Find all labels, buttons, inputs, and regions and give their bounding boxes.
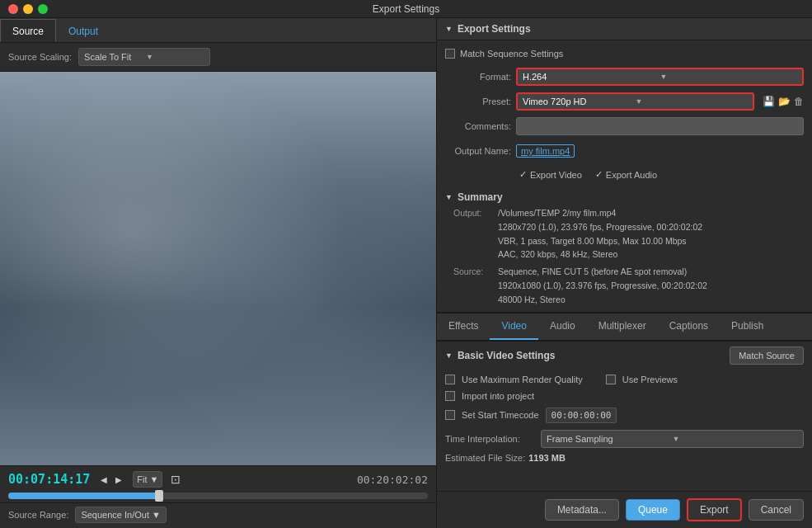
match-source-button[interactable]: Match Source bbox=[730, 346, 804, 365]
set-start-timecode-label: Set Start Timecode bbox=[462, 410, 539, 420]
left-panel: Source Output Source Scaling: Scale To F… bbox=[0, 18, 437, 528]
queue-button[interactable]: Queue bbox=[626, 499, 680, 521]
source-range-dropdown[interactable]: Sequence In/Out ▼ bbox=[75, 507, 166, 523]
tab-multiplexer[interactable]: Multiplexer bbox=[587, 314, 658, 340]
export-audio-checkbox-item: ✓ Export Audio bbox=[595, 169, 657, 180]
timeline-bar: 00:07:14:17 ◀ ▶ Fit ▼ ⊡ 00:20:02:02 bbox=[0, 465, 436, 493]
save-preset-icon[interactable]: 💾 bbox=[763, 96, 775, 107]
format-label: Format: bbox=[445, 72, 511, 82]
minimize-button[interactable] bbox=[23, 4, 33, 14]
scrubber-fill bbox=[8, 493, 159, 499]
use-previews-checkbox[interactable] bbox=[606, 375, 616, 384]
preset-row: Preset: Vimeo 720p HD ▼ 💾 📂 🗑 bbox=[445, 92, 804, 111]
left-tabs: Source Output bbox=[0, 18, 436, 43]
summary-source-d1: 1920x1080 (1.0), 23.976 fps, Progressive… bbox=[498, 279, 804, 293]
source-scaling-bar: Source Scaling: Scale To Fit ▼ bbox=[0, 43, 436, 72]
prev-frame-button[interactable]: ◀ bbox=[98, 474, 110, 486]
format-dropdown[interactable]: H.264 ▼ bbox=[516, 68, 804, 86]
comments-label: Comments: bbox=[445, 121, 511, 131]
output-name-link[interactable]: my film.mp4 bbox=[516, 144, 575, 158]
maximize-button[interactable] bbox=[38, 4, 48, 14]
import-into-project-row: Import into project bbox=[445, 388, 804, 404]
export-audio-label[interactable]: Export Audio bbox=[606, 170, 657, 180]
time-interpolation-row: Time Interpolation: Frame Sampling ▼ bbox=[445, 427, 804, 451]
tab-output[interactable]: Output bbox=[56, 19, 110, 42]
summary-source-line: Source: Sequence, FINE CUT 5 (before AE … bbox=[453, 265, 804, 279]
output-name-label: Output Name: bbox=[445, 146, 511, 156]
window-controls[interactable] bbox=[8, 4, 48, 14]
timecode-out: 00:20:02:02 bbox=[357, 474, 428, 486]
time-interpolation-label: Time Interpolation: bbox=[445, 434, 536, 444]
use-previews-label: Use Previews bbox=[622, 375, 678, 384]
source-range-bar: Source Range: Sequence In/Out ▼ bbox=[0, 502, 436, 528]
triangle-icon: ▼ bbox=[445, 25, 453, 33]
tab-effects[interactable]: Effects bbox=[437, 314, 490, 340]
set-start-timecode-checkbox[interactable] bbox=[445, 410, 455, 420]
import-preset-icon[interactable]: 📂 bbox=[778, 96, 791, 107]
close-button[interactable] bbox=[8, 4, 18, 14]
right-panel: ▼ Export Settings Match Sequence Setting… bbox=[437, 18, 812, 528]
video-settings: ▼ Basic Video Settings Match Source Use … bbox=[437, 342, 812, 491]
summary-output-label: Output: bbox=[453, 206, 495, 220]
scrubber-thumb[interactable] bbox=[155, 490, 163, 502]
export-video-label[interactable]: Export Video bbox=[530, 170, 582, 180]
fit-dropdown[interactable]: Fit ▼ bbox=[133, 471, 162, 488]
export-settings-header[interactable]: ▼ Export Settings bbox=[437, 18, 812, 40]
summary-body: Output: /Volumes/TEMP 2/my film.mp4 1280… bbox=[445, 206, 804, 307]
match-sequence-label: Match Sequence Settings bbox=[460, 49, 563, 59]
chevron-down-icon: ▼ bbox=[146, 53, 204, 61]
comments-input[interactable] bbox=[516, 117, 804, 135]
start-timecode-value[interactable]: 00:00:00:00 bbox=[546, 408, 617, 423]
tab-publish[interactable]: Publish bbox=[720, 314, 775, 340]
set-start-timecode-row: Set Start Timecode 00:00:00:00 bbox=[445, 404, 804, 427]
tab-source[interactable]: Source bbox=[0, 19, 56, 42]
tab-captions[interactable]: Captions bbox=[658, 314, 720, 340]
file-size-value: 1193 MB bbox=[528, 453, 566, 463]
preset-dropdown[interactable]: Vimeo 720p HD ▼ bbox=[516, 92, 754, 111]
bottom-buttons: Metadata... Queue Export Cancel bbox=[437, 491, 812, 528]
import-into-project-checkbox[interactable] bbox=[445, 391, 455, 401]
summary-source-d2: 48000 Hz, Stereo bbox=[498, 293, 804, 307]
export-video-checkbox-item: ✓ Export Video bbox=[519, 169, 582, 180]
summary-output-d2: VBR, 1 pass, Target 8.00 Mbps, Max 10.00… bbox=[498, 234, 804, 248]
summary-output-details: 1280x720 (1.0), 23.976 fps, Progressive,… bbox=[453, 220, 804, 262]
summary-header[interactable]: ▼ Summary bbox=[445, 191, 804, 203]
file-size-label: Estimated File Size: bbox=[445, 453, 525, 463]
source-scaling-label: Source Scaling: bbox=[8, 52, 72, 62]
use-max-render-label: Use Maximum Render Quality bbox=[462, 375, 583, 384]
match-sequence-checkbox[interactable] bbox=[445, 49, 455, 59]
chevron-down-icon: ▼ bbox=[150, 474, 159, 484]
tab-audio[interactable]: Audio bbox=[538, 314, 587, 340]
scrubber-track[interactable] bbox=[8, 493, 428, 499]
source-scaling-dropdown[interactable]: Scale To Fit ▼ bbox=[78, 48, 210, 66]
output-name-row: Output Name: my film.mp4 bbox=[445, 141, 804, 161]
metadata-button[interactable]: Metadata... bbox=[545, 499, 619, 521]
chevron-down-icon: ▼ bbox=[673, 435, 799, 443]
tab-video[interactable]: Video bbox=[490, 314, 537, 340]
next-frame-button[interactable]: ▶ bbox=[113, 474, 124, 486]
source-range-label: Source Range: bbox=[8, 510, 68, 520]
title-bar: Export Settings bbox=[0, 0, 812, 18]
check-icon: ✓ bbox=[519, 169, 527, 180]
time-interpolation-dropdown[interactable]: Frame Sampling ▼ bbox=[541, 430, 804, 448]
chevron-down-icon: ▼ bbox=[152, 510, 161, 520]
summary-output-d3: AAC, 320 kbps, 48 kHz, Stereo bbox=[498, 248, 804, 262]
delete-preset-icon[interactable]: 🗑 bbox=[794, 96, 804, 107]
main-container: Source Output Source Scaling: Scale To F… bbox=[0, 18, 812, 528]
triangle-icon: ▼ bbox=[445, 193, 453, 201]
video-preview bbox=[0, 72, 436, 465]
cancel-button[interactable]: Cancel bbox=[749, 499, 804, 521]
vs-title-row[interactable]: ▼ Basic Video Settings bbox=[445, 350, 555, 361]
file-size-row: Estimated File Size: 1193 MB bbox=[445, 451, 804, 464]
use-max-render-checkbox[interactable] bbox=[445, 375, 455, 384]
comments-row: Comments: bbox=[445, 116, 804, 136]
preset-label: Preset: bbox=[445, 97, 511, 106]
window-title: Export Settings bbox=[373, 3, 439, 15]
chevron-down-icon: ▼ bbox=[660, 73, 798, 81]
summary-source-label: Source: bbox=[453, 265, 495, 279]
export-button[interactable]: Export bbox=[687, 498, 742, 521]
summary-output-path: /Volumes/TEMP 2/my film.mp4 bbox=[498, 206, 616, 220]
playhead-icon[interactable]: ⊡ bbox=[171, 473, 181, 486]
basic-video-settings-header: ▼ Basic Video Settings Match Source bbox=[445, 346, 804, 365]
scrubber-row[interactable] bbox=[0, 493, 436, 502]
